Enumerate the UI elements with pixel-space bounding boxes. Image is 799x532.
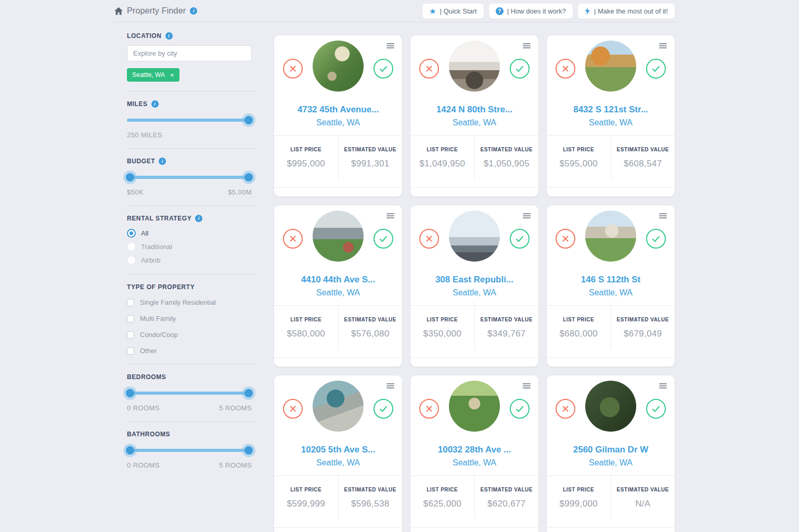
location-tag[interactable]: Seattle, WA × <box>127 68 179 82</box>
estimated-value-label: ESTIMATED VALUE <box>344 317 396 322</box>
reject-button[interactable] <box>283 59 303 79</box>
traditional-value: 2.12% <box>351 367 368 367</box>
accept-button[interactable] <box>646 399 666 419</box>
property-photo[interactable] <box>585 211 636 262</box>
reject-button[interactable] <box>556 59 575 79</box>
property-address-link[interactable]: 4732 45th Avenue... <box>274 105 402 115</box>
property-address-link[interactable]: 1424 N 80th Stre... <box>410 105 538 115</box>
property-type-option[interactable]: Other <box>127 347 255 355</box>
checkbox-icon[interactable] <box>127 347 134 355</box>
property-photo[interactable] <box>449 381 500 432</box>
make-most-button[interactable]: | Make the most out of it! <box>578 4 675 19</box>
page-title: Property Finder i <box>114 6 197 16</box>
property-address-link[interactable]: 146 S 112th St <box>547 275 675 285</box>
property-address-link[interactable]: 8432 S 121st Str... <box>547 105 675 115</box>
reject-button[interactable] <box>283 229 303 249</box>
property-photo[interactable] <box>313 211 364 262</box>
bathrooms-section-label: BATHROOMS <box>127 431 255 438</box>
check-icon <box>516 66 524 72</box>
bedrooms-min-handle[interactable] <box>126 389 134 397</box>
rental-strategy-option-all[interactable]: All <box>127 229 255 238</box>
budget-info-icon[interactable]: i <box>159 158 166 165</box>
property-type-option[interactable]: Single Family Residential <box>127 299 255 306</box>
bedrooms-max-handle[interactable] <box>244 389 253 397</box>
reject-button[interactable] <box>556 399 575 419</box>
reject-button[interactable] <box>283 399 303 419</box>
quick-start-button[interactable]: ★ | Quick Start <box>422 4 484 19</box>
reject-button[interactable] <box>556 229 575 249</box>
accept-button[interactable] <box>646 59 666 79</box>
estimated-value-label: ESTIMATED VALUE <box>481 317 533 322</box>
rental-strategy-option-traditional[interactable]: Traditional <box>127 242 255 251</box>
checkbox-icon[interactable] <box>127 331 134 339</box>
property-address-link[interactable]: 4410 44th Ave S... <box>274 275 402 285</box>
how-it-works-button[interactable]: ? | How does it work? <box>489 4 573 19</box>
accept-button[interactable] <box>373 399 393 419</box>
question-icon: ? <box>496 7 504 15</box>
property-address-link[interactable]: 10032 28th Ave ... <box>410 445 538 455</box>
radio-selected-icon[interactable] <box>127 229 136 238</box>
cash-on-cash-label: CASH ON CASH <box>553 197 601 197</box>
accept-button[interactable] <box>510 59 530 79</box>
info-icon[interactable]: i <box>190 7 197 15</box>
bathrooms-slider[interactable] <box>127 446 252 455</box>
bedrooms-slider[interactable] <box>127 389 252 397</box>
property-city: Seattle, WA <box>410 458 538 468</box>
property-city: Seattle, WA <box>547 458 675 468</box>
section-divider <box>127 91 255 92</box>
bathrooms-max-handle[interactable] <box>244 446 253 455</box>
budget-min-handle[interactable] <box>126 173 134 181</box>
estimated-value-value: $576,080 <box>351 329 389 339</box>
property-photo[interactable] <box>313 381 364 432</box>
property-address-link[interactable]: 308 East Republi... <box>410 275 538 285</box>
accept-button[interactable] <box>373 229 393 249</box>
checkbox-icon[interactable] <box>127 315 134 322</box>
radio-icon[interactable] <box>127 242 136 251</box>
estimated-value-value: $1,050,905 <box>484 159 530 169</box>
traditional-label: Trad. <box>607 367 621 367</box>
cash-on-cash-label: CASH ON CASH <box>281 367 328 367</box>
rental-strategy-section-label: RENTAL STRATEGY i <box>127 215 255 222</box>
budget-max-handle[interactable] <box>244 173 253 181</box>
reject-button[interactable] <box>419 399 439 419</box>
bathrooms-min-handle[interactable] <box>126 446 134 455</box>
miles-info-icon[interactable]: i <box>151 100 159 108</box>
property-photo[interactable] <box>449 211 500 262</box>
property-photo[interactable] <box>313 41 364 92</box>
property-card: 10205 5th Ave S... Seattle, WA LIST PRIC… <box>274 375 402 532</box>
bolt-icon <box>585 7 590 15</box>
property-type-option[interactable]: Condo/Coop <box>127 331 255 339</box>
top-header: Property Finder i ★ | Quick Start ? | Ho… <box>114 0 675 22</box>
property-card: 308 East Republi... Seattle, WA LIST PRI… <box>410 205 538 367</box>
checkbox-icon[interactable] <box>127 299 134 306</box>
property-type-option[interactable]: Multi Family <box>127 315 255 322</box>
property-address-link[interactable]: 2560 Gilman Dr W <box>547 445 675 455</box>
location-info-icon[interactable]: i <box>165 32 173 40</box>
remove-tag-icon[interactable]: × <box>170 72 174 79</box>
accept-button[interactable] <box>646 229 666 249</box>
rental-strategy-info-icon[interactable]: i <box>195 215 202 222</box>
filters-sidebar: LOCATION i Seattle, WA × MILES i 250 MIL… <box>127 32 255 469</box>
bedrooms-slider-track <box>127 392 252 395</box>
city-search-input[interactable] <box>127 45 252 61</box>
traditional-label: Trad. <box>607 197 621 197</box>
check-icon <box>652 406 660 412</box>
reject-button[interactable] <box>419 59 439 79</box>
property-address-link[interactable]: 10205 5th Ave S... <box>274 445 402 455</box>
property-photo[interactable] <box>585 41 636 92</box>
accept-button[interactable] <box>373 59 393 79</box>
miles-slider-handle[interactable] <box>244 116 253 124</box>
property-city: Seattle, WA <box>547 288 675 297</box>
rental-strategy-option-airbnb[interactable]: Airbnb <box>127 256 255 265</box>
budget-slider[interactable] <box>127 173 252 181</box>
radio-icon[interactable] <box>127 256 136 265</box>
property-photo[interactable] <box>449 41 500 92</box>
checkbox-label: Condo/Coop <box>140 331 178 339</box>
airbnb-label: Airbnb <box>510 367 529 367</box>
accept-button[interactable] <box>510 229 530 249</box>
miles-slider[interactable] <box>127 116 252 124</box>
accept-button[interactable] <box>510 399 530 419</box>
property-photo[interactable] <box>585 381 636 432</box>
reject-button[interactable] <box>419 229 439 249</box>
property-card: 4732 45th Avenue... Seattle, WA LIST PRI… <box>274 35 402 197</box>
